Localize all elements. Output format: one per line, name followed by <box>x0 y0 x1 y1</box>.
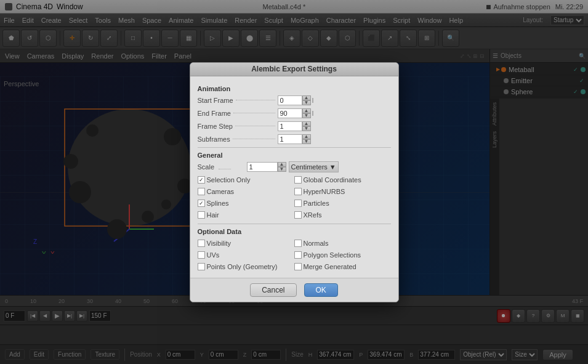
cancel-button[interactable]: Cancel <box>250 283 296 297</box>
optional-section-header: Optional Data <box>198 228 391 235</box>
dialog-content: Animation Start Frame ▲ ▼ <box>190 76 398 278</box>
col-left-general: ✓ Selection Only Cameras ✓ Splines Hair <box>198 174 294 221</box>
visibility-label: Visibility <box>207 240 232 247</box>
divider-2 <box>198 224 391 224</box>
frame-step-label: Frame Step <box>198 123 278 130</box>
check-particles: Particles <box>294 198 391 209</box>
normals-label: Normals <box>304 240 329 247</box>
end-frame-spinner[interactable]: ▲ ▼ <box>302 108 311 118</box>
poly-sel-cb[interactable] <box>294 251 302 259</box>
hypernurbs-cb[interactable] <box>294 188 302 195</box>
subframes-label: Subframes <box>198 135 278 143</box>
start-frame-row: Start Frame ▲ ▼ <box>198 95 391 106</box>
poly-sel-label: Polygon Selections <box>304 251 361 259</box>
scale-spinner[interactable]: ▲ ▼ <box>278 162 286 172</box>
check-merge-gen: Merge Generated <box>294 261 391 272</box>
scale-unit-dropdown[interactable]: Centimeters ▼ <box>289 161 339 172</box>
global-coords-cb[interactable] <box>294 176 302 184</box>
general-section-header: General <box>198 152 391 159</box>
merge-gen-label: Merge Generated <box>304 263 356 270</box>
scale-row: Scale ▲ ▼ Centimeters ▼ <box>198 161 391 172</box>
subframes-spinner[interactable]: ▲ ▼ <box>302 134 311 144</box>
optional-checkboxes: Visibility UVs Points Only (Geometry) No… <box>198 238 391 273</box>
xrefs-cb[interactable] <box>294 211 302 219</box>
subframes-input[interactable] <box>278 134 302 144</box>
scale-down[interactable]: ▼ <box>278 167 286 172</box>
end-frame-row: End Frame ▲ ▼ <box>198 108 391 119</box>
check-cameras: Cameras <box>198 186 294 197</box>
end-frame-progress <box>312 111 313 116</box>
end-frame-value-wrap: ▲ ▼ <box>278 108 313 118</box>
check-hypernurbs: HyperNURBS <box>294 186 391 197</box>
particles-label: Particles <box>304 200 329 207</box>
start-frame-progress <box>312 98 313 103</box>
selection-only-cb[interactable]: ✓ <box>198 176 205 184</box>
xrefs-label: XRefs <box>304 211 322 219</box>
check-hair: Hair <box>198 209 294 220</box>
dialog-buttons: Cancel OK <box>190 278 398 302</box>
frame-step-row: Frame Step ▲ ▼ <box>198 121 391 132</box>
start-frame-dialog-input[interactable] <box>278 95 302 105</box>
particles-cb[interactable] <box>294 200 302 207</box>
dialog-title: Alembic Export Settings <box>251 65 337 73</box>
frame-step-spinner[interactable]: ▲ ▼ <box>302 121 311 131</box>
points-only-cb[interactable] <box>198 263 205 270</box>
ok-button[interactable]: OK <box>304 283 338 297</box>
frame-step-down[interactable]: ▼ <box>302 126 311 131</box>
general-checkboxes: ✓ Selection Only Cameras ✓ Splines Hair <box>198 174 391 221</box>
points-only-label: Points Only (Geometry) <box>207 263 278 270</box>
alembic-dialog: Alembic Export Settings Animation Start … <box>190 62 399 302</box>
visibility-cb[interactable] <box>198 240 205 247</box>
check-poly-sel: Polygon Selections <box>294 249 391 261</box>
uvs-cb[interactable] <box>198 251 205 259</box>
hypernurbs-label: HyperNURBS <box>304 188 345 195</box>
check-splines: ✓ Splines <box>198 198 294 209</box>
subframes-down[interactable]: ▼ <box>302 139 311 144</box>
hair-cb[interactable] <box>198 211 205 219</box>
cameras-cb[interactable] <box>198 188 205 195</box>
end-frame-down[interactable]: ▼ <box>302 113 311 118</box>
frame-step-input[interactable] <box>278 121 302 131</box>
check-points-only: Points Only (Geometry) <box>198 261 294 272</box>
global-coords-label: Global Coordinates <box>304 176 361 184</box>
hair-label: Hair <box>207 211 219 219</box>
subframes-value-wrap: ▲ ▼ <box>278 134 311 144</box>
splines-label: Splines <box>207 200 229 207</box>
check-uvs: UVs <box>198 249 294 261</box>
start-frame-value-wrap: ▲ ▼ <box>278 95 313 105</box>
start-frame-label: Start Frame <box>198 97 278 104</box>
col-right-general: Global Coordinates HyperNURBS Particles … <box>294 174 391 221</box>
check-selection-only: ✓ Selection Only <box>198 174 294 185</box>
animation-section-header: Animation <box>198 85 391 92</box>
uvs-label: UVs <box>207 251 220 259</box>
merge-gen-cb[interactable] <box>294 263 302 270</box>
selection-only-label: Selection Only <box>207 176 251 184</box>
subframes-row: Subframes ▲ ▼ <box>198 134 391 145</box>
splines-cb[interactable]: ✓ <box>198 200 205 207</box>
divider-1 <box>198 147 391 148</box>
check-normals: Normals <box>294 238 391 249</box>
dialog-titlebar: Alembic Export Settings <box>190 63 398 76</box>
frame-step-value-wrap: ▲ ▼ <box>278 121 311 131</box>
scale-label: Scale <box>198 163 247 171</box>
check-visibility: Visibility <box>198 238 294 249</box>
col-right-optional: Normals Polygon Selections Merge Generat… <box>294 238 391 273</box>
col-left-optional: Visibility UVs Points Only (Geometry) <box>198 238 294 273</box>
check-global-coords: Global Coordinates <box>294 174 391 185</box>
start-frame-spinner[interactable]: ▲ ▼ <box>302 95 311 105</box>
end-frame-label: End Frame <box>198 110 278 117</box>
check-xrefs: XRefs <box>294 209 391 220</box>
cameras-label: Cameras <box>207 188 235 195</box>
normals-cb[interactable] <box>294 240 302 247</box>
scale-input[interactable] <box>247 162 278 172</box>
dialog-overlay: Alembic Export Settings Animation Start … <box>0 0 588 364</box>
end-frame-dialog-input[interactable] <box>278 108 302 118</box>
start-frame-down[interactable]: ▼ <box>302 100 311 105</box>
